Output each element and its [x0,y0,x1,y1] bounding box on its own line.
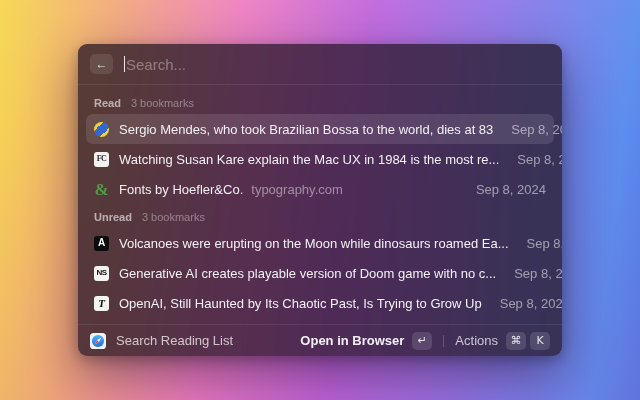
bookmark-list: Read 3 bookmarks Sergio Mendes, who took… [78,85,562,324]
section-count: 3 bookmarks [142,211,205,223]
actions-button[interactable]: Actions ⌘ K [455,332,550,350]
astronomy-favicon: A [94,236,109,251]
section-header-read: Read 3 bookmarks [86,92,554,114]
section-label: Read [94,97,121,109]
bookmark-date: Sep 8, 20... [504,266,562,281]
footer-bar: Search Reading List Open in Browser ↵ Ac… [78,325,562,356]
extension-title: Search Reading List [116,333,233,348]
bookmark-title: Sergio Mendes, who took Brazilian Bossa … [119,122,493,137]
bookmark-title: Volcanoes were erupting on the Moon whil… [119,236,509,251]
bookmark-date: Sep 8, 2024 [490,296,562,311]
actions-label: Actions [455,333,498,348]
bookmark-domain: typography.com [251,182,343,197]
bookmark-date: Sep 8, 20... [507,152,562,167]
return-key-icon: ↵ [412,332,432,350]
back-button[interactable]: ← [90,54,113,74]
text-caret [124,56,125,72]
search-input-wrap [124,56,550,73]
fastcompany-favicon: FC [94,152,109,167]
safari-compass-icon [90,333,106,349]
bookmark-date: Sep 8, 20... [517,236,562,251]
hoefler-favicon: & [94,182,109,197]
bookmark-date: Sep 8, 2024 [466,182,546,197]
nytimes-favicon: T [94,296,109,311]
list-item[interactable]: T OpenAI, Still Haunted by Its Chaotic P… [86,288,554,318]
bookmark-title: Watching Susan Kare explain the Mac UX i… [119,152,499,167]
list-item[interactable]: & Fonts by Hoefler&Co. typography.com Se… [86,174,554,204]
footer-separator [443,335,444,347]
section-header-unread: Unread 3 bookmarks [86,206,554,228]
section-label: Unread [94,211,132,223]
bookmark-title: OpenAI, Still Haunted by Its Chaotic Pas… [119,296,482,311]
bookmark-title: Generative AI creates playable version o… [119,266,496,281]
command-key-icon: ⌘ [506,332,526,350]
bookmark-title: Fonts by Hoefler&Co. [119,182,243,197]
command-palette-window: ← Read 3 bookmarks Sergio Mendes, who to… [78,44,562,356]
search-bar: ← [78,44,562,84]
open-in-browser-button[interactable]: Open in Browser ↵ [300,332,432,350]
left-arrow-icon: ← [96,57,108,71]
list-item[interactable]: Sergio Mendes, who took Brazilian Bossa … [86,114,554,144]
open-in-browser-label: Open in Browser [300,333,404,348]
k-key-icon: K [530,332,550,350]
newscientist-favicon: NS [94,266,109,281]
list-item[interactable]: FC Watching Susan Kare explain the Mac U… [86,144,554,174]
bookmark-date: Sep 8, 2024 [501,122,562,137]
section-count: 3 bookmarks [131,97,194,109]
search-input[interactable] [126,56,550,73]
list-item[interactable]: NS Generative AI creates playable versio… [86,258,554,288]
list-item[interactable]: A Volcanoes were erupting on the Moon wh… [86,228,554,258]
brazilian-report-favicon [94,122,109,137]
footer-actions: Open in Browser ↵ Actions ⌘ K [300,332,550,350]
